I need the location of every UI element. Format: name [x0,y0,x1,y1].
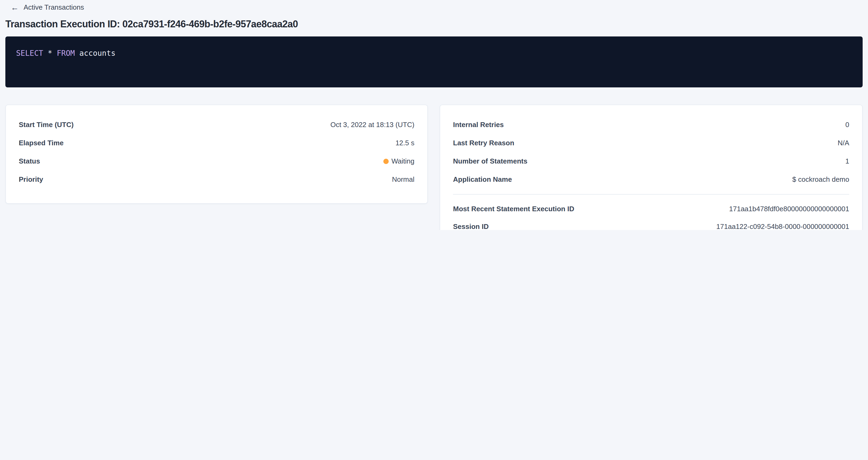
last-retry-reason-label: Last Retry Reason [453,139,514,148]
application-name-label: Application Name [453,175,512,184]
number-of-statements-value: 1 [845,157,849,166]
page-title: Transaction Execution ID: 02ca7931-f246-… [5,18,863,30]
status-text: Waiting [392,157,414,166]
priority-value: Normal [392,175,414,184]
status-row: Status Waiting [19,153,414,171]
elapsed-time-row: Elapsed Time 12.5 s [19,134,414,153]
summary-cards-row: Start Time (UTC) Oct 3, 2022 at 18:13 (U… [5,104,863,230]
sql-keyword-from: FROM [57,49,75,57]
start-time-label: Start Time (UTC) [19,121,74,130]
sql-table-name: accounts [75,49,116,57]
status-label: Status [19,157,40,166]
back-link-active-transactions[interactable]: ← Active Transactions [5,0,84,11]
status-waiting-dot-icon [383,159,389,164]
start-time-value: Oct 3, 2022 at 18:13 (UTC) [330,121,414,130]
breadcrumb-label: Active Transactions [24,3,84,11]
elapsed-time-value: 12.5 s [395,139,414,148]
statement-execution-id-row: Most Recent Statement Execution ID 171aa… [453,200,849,218]
sql-statement-box: SELECT * FROM accounts [5,36,863,87]
back-arrow-icon: ← [11,3,19,11]
transaction-time-card: Start Time (UTC) Oct 3, 2022 at 18:13 (U… [5,104,428,204]
status-value: Waiting [383,157,414,166]
session-id-row: Session ID 171aa122-c092-54b8-0000-00000… [453,218,849,230]
internal-retries-row: Internal Retries 0 [453,116,849,134]
last-retry-reason-row: Last Retry Reason N/A [453,134,849,153]
session-id-label: Session ID [453,223,489,230]
session-id-link[interactable]: 171aa122-c092-54b8-0000-000000000001 [716,223,849,230]
priority-row: Priority Normal [19,171,414,189]
start-time-row: Start Time (UTC) Oct 3, 2022 at 18:13 (U… [19,116,414,134]
number-of-statements-row: Number of Statements 1 [453,153,849,171]
statement-execution-id-label: Most Recent Statement Execution ID [453,205,574,214]
application-name-row: Application Name $ cockroach demo [453,171,849,189]
transaction-details-page: ← Active Transactions Transaction Execut… [0,0,868,230]
priority-label: Priority [19,175,43,184]
transaction-details-card: Internal Retries 0 Last Retry Reason N/A… [440,104,863,230]
application-name-value: $ cockroach demo [793,175,849,184]
elapsed-time-label: Elapsed Time [19,139,64,148]
internal-retries-value: 0 [845,121,849,130]
sql-statement: SELECT * FROM accounts [16,48,852,58]
card-divider [453,194,849,195]
sql-keyword-select: SELECT [16,49,43,57]
last-retry-reason-value: N/A [838,139,849,148]
statement-execution-id-link[interactable]: 171aa1b478fdf0e80000000000000001 [729,205,849,214]
sql-star: * [43,49,57,57]
number-of-statements-label: Number of Statements [453,157,527,166]
internal-retries-label: Internal Retries [453,121,504,130]
